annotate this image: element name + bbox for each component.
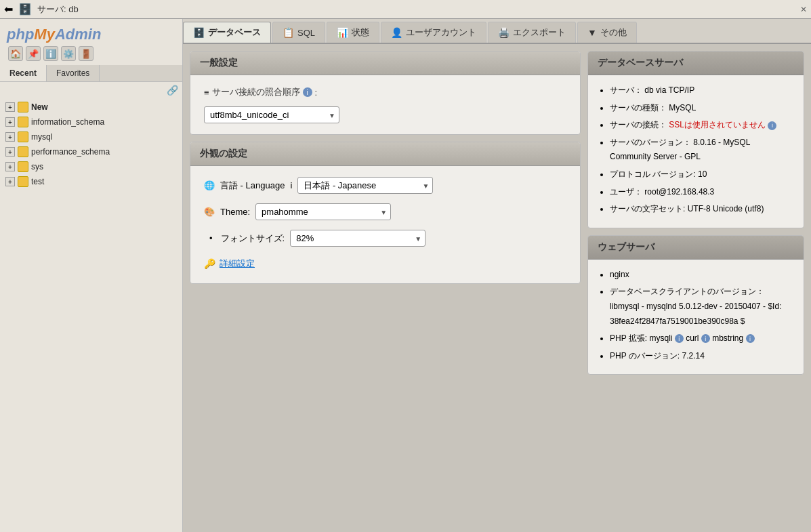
language-select[interactable]: 日本語 - Japanese English xyxy=(297,177,433,194)
expand-information-schema[interactable]: + xyxy=(5,117,15,127)
fontsize-select-wrapper[interactable]: 72% 82% 92% 100% xyxy=(290,230,425,247)
theme-label: Theme: xyxy=(220,207,250,217)
fontsize-label: フォントサイズ: xyxy=(221,232,285,245)
logo-php: php xyxy=(7,26,34,43)
sidebar-tree: + New + information_schema + mysql + per… xyxy=(0,98,182,532)
fontsize-row: • フォントサイズ: 72% 82% 92% 100% xyxy=(204,230,566,247)
tab-databases-label: データベース xyxy=(208,26,261,39)
theme-row: 🎨 Theme: pmahomme original xyxy=(204,203,566,220)
web-server-item-1: データベースクライアントのバージョン： libmysql - mysqlnd 5… xyxy=(610,285,793,329)
db-icon-performance-schema xyxy=(18,146,28,157)
tree-item-information-schema[interactable]: + information_schema xyxy=(0,115,182,129)
tab-export[interactable]: 🖨️ エクスポート xyxy=(488,22,576,43)
theme-icon: 🎨 xyxy=(204,207,215,217)
mbstring-info-icon[interactable]: i xyxy=(746,334,755,343)
advanced-link-row: 🔑 詳細設定 xyxy=(204,255,566,272)
tab-more-icon: ▼ xyxy=(587,27,597,38)
tree-item-sys[interactable]: + sys xyxy=(0,159,182,174)
db-server-label-2: サーバの接続： xyxy=(610,120,667,129)
curl-info-icon[interactable]: i xyxy=(701,334,710,343)
db-server-item-2: サーバの接続： SSLは使用されていません i xyxy=(610,118,793,133)
expand-test[interactable]: + xyxy=(5,177,15,186)
info-icon[interactable]: ℹ️ xyxy=(43,46,58,61)
tree-label-sys: sys xyxy=(31,162,43,171)
db-icon-sys xyxy=(18,161,28,172)
web-server-list: nginx データベースクライアントのバージョン： libmysql - mys… xyxy=(599,268,793,364)
language-row: 🌐 言語 - Language i 日本語 - Japanese English xyxy=(204,177,566,194)
appearance-settings-body: 🌐 言語 - Language i 日本語 - Japanese English xyxy=(190,166,580,283)
sidebar-tools: 🔗 xyxy=(0,82,182,98)
db-server-item-6: サーバの文字セット: UTF-8 Unicode (utf8) xyxy=(610,202,793,217)
language-select-wrapper[interactable]: 日本語 - Japanese English xyxy=(297,177,433,194)
expand-performance-schema[interactable]: + xyxy=(5,147,15,157)
collation-select-wrapper[interactable]: utf8mb4_unicode_ci utf8_general_ci latin… xyxy=(204,106,339,123)
expand-sys[interactable]: + xyxy=(5,162,15,171)
tab-more[interactable]: ▼ その他 xyxy=(577,22,637,43)
tab-sql-icon: 📋 xyxy=(283,27,294,38)
home-icon[interactable]: 🏠 xyxy=(8,46,23,61)
tab-status-label: 状態 xyxy=(352,26,369,39)
mysqli-info-icon[interactable]: i xyxy=(675,334,684,343)
title-bar-icon: ⬅ xyxy=(4,3,13,16)
title-bar-close[interactable]: ✕ xyxy=(800,5,807,14)
title-bar-db-icon: 🗄️ xyxy=(18,3,32,16)
db-server-label-0: サーバ： xyxy=(610,85,642,95)
fontsize-select[interactable]: 72% 82% 92% 100% xyxy=(290,230,425,247)
web-server-item-0: nginx xyxy=(610,268,793,283)
language-info-icon[interactable]: i xyxy=(290,180,292,190)
flag-icon[interactable]: 📌 xyxy=(26,46,41,61)
db-server-label-4: プロトコル バージョン: xyxy=(610,169,698,179)
logout-icon[interactable]: 🚪 xyxy=(79,46,93,61)
language-label: 言語 - Language xyxy=(220,180,285,192)
tree-item-mysql[interactable]: + mysql xyxy=(0,129,182,144)
tree-item-new[interactable]: + New xyxy=(0,100,182,115)
tree-item-test[interactable]: + test xyxy=(0,174,182,189)
settings-icon[interactable]: ⚙️ xyxy=(61,46,76,61)
tab-bar: 🗄️ データベース 📋 SQL 📊 状態 👤 ユーザアカウント 🖨️ エクスポー… xyxy=(183,19,811,44)
tab-export-icon: 🖨️ xyxy=(498,27,510,38)
logo-icons: 🏠 📌 ℹ️ ⚙️ 🚪 xyxy=(7,46,175,61)
theme-select-wrapper[interactable]: pmahomme original xyxy=(255,203,391,220)
advanced-link[interactable]: 詳細設定 xyxy=(220,258,255,270)
collation-label-text: サーバ接続の照合順序 xyxy=(212,86,300,98)
main-content: 一般設定 ≡ サーバ接続の照合順序 i: utf8mb4_unicode_ci xyxy=(183,44,811,532)
tree-label-mysql: mysql xyxy=(31,132,52,142)
tab-databases-icon: 🗄️ xyxy=(193,27,205,38)
expand-mysql[interactable]: + xyxy=(5,132,15,142)
ssl-warning: SSLは使用されていません xyxy=(669,120,766,129)
db-server-item-1: サーバの種類： MySQL xyxy=(610,101,793,116)
logo: phpMyAdmin xyxy=(7,26,175,43)
logo-admin: Admin xyxy=(55,26,101,43)
logo-area: phpMyAdmin 🏠 📌 ℹ️ ⚙️ 🚪 xyxy=(0,19,182,65)
sidebar-link-icon[interactable]: 🔗 xyxy=(167,85,178,96)
tab-favorites[interactable]: Favorites xyxy=(47,65,100,81)
php-ext-mysqli: mysqli xyxy=(649,333,674,343)
theme-select[interactable]: pmahomme original xyxy=(255,203,391,220)
tab-user-accounts[interactable]: 👤 ユーザアカウント xyxy=(381,22,486,43)
tab-databases[interactable]: 🗄️ データベース xyxy=(183,22,271,43)
logo-my: My xyxy=(34,26,55,43)
collation-select[interactable]: utf8mb4_unicode_ci utf8_general_ci latin… xyxy=(204,106,339,123)
tree-item-performance-schema[interactable]: + performance_schema xyxy=(0,144,182,159)
collation-label: ≡ サーバ接続の照合順序 i: xyxy=(204,86,317,98)
web-server-label-1: データベースクライアントのバージョン： xyxy=(610,287,764,296)
tab-export-label: エクスポート xyxy=(513,26,566,39)
tab-status[interactable]: 📊 状態 xyxy=(327,22,379,43)
right-panel: データベースサーバ サーバ： db via TCP/IP サーバの種類： MyS… xyxy=(587,51,804,525)
web-server-panel: ウェブサーバ nginx データベースクライアントのバージョン： libmysq… xyxy=(587,235,804,375)
content-area: 🗄️ データベース 📋 SQL 📊 状態 👤 ユーザアカウント 🖨️ エクスポー… xyxy=(183,19,811,532)
key-icon: 🔑 xyxy=(204,258,215,269)
php-ext-mbstring: mbstring xyxy=(712,333,745,343)
ssl-info-icon[interactable]: i xyxy=(768,121,776,130)
tab-status-icon: 📊 xyxy=(337,27,348,38)
expand-new[interactable]: + xyxy=(5,102,15,112)
tab-recent[interactable]: Recent xyxy=(0,65,47,81)
tab-sql[interactable]: 📋 SQL xyxy=(272,22,325,43)
tree-label-information-schema: information_schema xyxy=(31,117,104,127)
tab-sql-label: SQL xyxy=(297,28,315,38)
collation-info-icon[interactable]: i xyxy=(303,87,312,97)
db-server-value-6: UTF-8 Unicode (utf8) xyxy=(688,204,764,213)
tab-user-label: ユーザアカウント xyxy=(406,26,476,39)
db-server-label-5: ユーザ： xyxy=(610,187,642,197)
tab-more-label: その他 xyxy=(600,26,627,39)
